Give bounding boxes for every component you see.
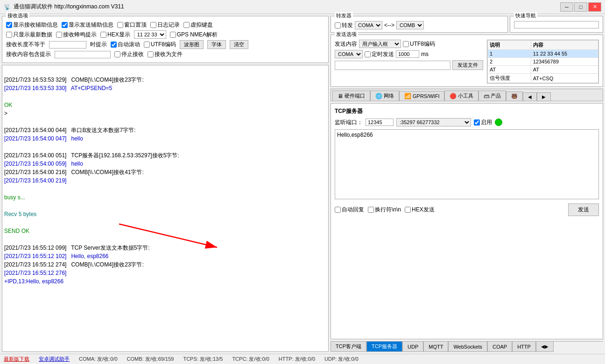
window-topmost-checkbox[interactable]: 窗口置顶	[117, 21, 147, 29]
table-row[interactable]: ATAT	[488, 66, 598, 74]
send-options-title: 发送选项	[335, 31, 358, 38]
quick-nav-title: 快速导航	[514, 12, 537, 19]
log-line	[4, 118, 326, 126]
log-line: busy s...	[4, 193, 326, 202]
hex-display-checkbox[interactable]: HEX显示	[100, 31, 130, 39]
hardware-tab-bar: 🖥硬件端口 🌐网络 📶GPRS/WIFI 🔴小工具 🗃产品 🐻 ◀ ▶	[331, 89, 603, 101]
log-area: [2021/7/23 16:53:53 329] COMB[\\.\COM4]接…	[2, 65, 329, 352]
recv-length-input[interactable]	[49, 41, 86, 49]
minimize-button[interactable]: ─	[560, 2, 573, 12]
utf8-encode-checkbox[interactable]: UTF8编码	[144, 41, 176, 49]
gps-nmea-checkbox[interactable]: GPS NMEA解析	[170, 31, 218, 39]
quick-nav-panel: 快速导航	[510, 16, 603, 33]
download-link[interactable]: 最新版下载	[4, 356, 29, 363]
table-row[interactable]: 2123456789	[488, 58, 598, 66]
send-button[interactable]: 发送	[568, 203, 599, 216]
tab-nav-prev[interactable]: ◀	[523, 92, 537, 101]
virtual-keyboard-checkbox[interactable]: 虚拟键盘	[183, 21, 213, 29]
close-button[interactable]: ✕	[588, 2, 601, 12]
row-id: 2	[488, 58, 531, 66]
font-button[interactable]: 字体	[207, 40, 226, 49]
recv-length-label: 接收长度不等于	[6, 41, 45, 49]
protocol-tab-bar: TCP客户端 TCP服务器 UDP MQTT WebSockets COAP H…	[331, 341, 603, 352]
maximize-button[interactable]: □	[574, 2, 587, 12]
log-line: [2021/7/23 16:54:00 216] COMB[\\.\COM4]接…	[4, 168, 326, 176]
table-row[interactable]: 111 22 33 44 55	[488, 50, 598, 58]
tab-http[interactable]: HTTP	[512, 342, 536, 352]
log-line: [2021/7/23 16:54:00 044] 串口B发送文本数据7字节:	[4, 126, 326, 134]
tcp-send-textarea[interactable]: Hello,esp8266	[335, 129, 599, 199]
row-id: AT	[488, 66, 531, 74]
tab-udp[interactable]: UDP	[402, 342, 423, 352]
timed-send-checkbox[interactable]: 定时发送	[365, 50, 394, 58]
send-content-input[interactable]	[335, 61, 450, 70]
row-content: AT	[531, 66, 598, 74]
recv-beep-checkbox[interactable]: 接收蜂鸣提示	[56, 31, 97, 39]
log-line	[4, 92, 326, 101]
log-line	[4, 218, 326, 227]
send-port-select[interactable]: COMA COMB	[335, 50, 363, 58]
log-line	[4, 202, 326, 210]
tab-gprs-wifi[interactable]: 📶GPRS/WIFI	[399, 91, 444, 101]
tab-network[interactable]: 🌐网络	[370, 91, 399, 101]
send-content-label: 发送内容	[335, 40, 357, 48]
listen-port-input[interactable]	[366, 119, 394, 126]
log-line: [2021/7/23 16:54:00 059] hello	[4, 160, 326, 168]
row-content: AT+CSQ	[531, 74, 598, 83]
log-line: [2021/7/23 16:55:12 274] COMB[\\.\COM4]接…	[4, 260, 326, 269]
hex-value-select[interactable]: 11 22 33	[134, 30, 166, 39]
waveform-button[interactable]: 波形图	[180, 40, 204, 49]
recv-content-hint-label: 接收内容包含提示	[6, 50, 51, 58]
show-send-info-checkbox[interactable]: 显示发送辅助信息	[62, 21, 113, 29]
tab-coap[interactable]: COAP	[487, 342, 512, 352]
tab-mqtt[interactable]: MQTT	[423, 342, 448, 352]
show-latest-data-checkbox[interactable]: 只显示最新数据	[6, 31, 52, 39]
tcps-status: TCPS: 发/收:13/5	[183, 356, 223, 363]
tab-proto-nav[interactable]: ◀▶	[536, 342, 554, 352]
tab-websockets[interactable]: WebSockets	[448, 342, 487, 352]
recv-content-hint-input[interactable]	[55, 51, 111, 58]
log-line: OK	[4, 101, 326, 109]
tab-tools[interactable]: 🔴小工具	[444, 91, 478, 101]
coma-select[interactable]: COMA COM1 COM2 COM3	[355, 21, 382, 29]
tab-tcp-server[interactable]: TCP服务器	[366, 342, 402, 352]
forward-label: 转发	[342, 21, 353, 29]
android-link[interactable]: 安卓调试助手	[39, 356, 70, 363]
auto-reply-checkbox[interactable]: 自动回复	[335, 206, 364, 214]
log-line: SEND OK	[4, 227, 326, 235]
hex-send-checkbox[interactable]: HEX发送	[405, 206, 435, 214]
send-file-button[interactable]: 发送文件	[452, 60, 483, 70]
log-line: [2021/7/23 16:55:12 276]	[4, 269, 326, 277]
comb-status: COMB: 发/收:69/159	[127, 356, 174, 363]
window-title: 通信猫调试软件 http://tongxinmao.com V311	[14, 3, 124, 11]
log-record-checkbox[interactable]: 日志记录	[150, 21, 180, 29]
tab-hardware-port[interactable]: 🖥硬件端口	[332, 91, 370, 101]
tab-nav-next[interactable]: ▶	[537, 92, 551, 101]
linebreak-checkbox[interactable]: 换行符\n\n	[368, 206, 401, 214]
auto-scroll-checkbox[interactable]: 自动滚动	[111, 41, 140, 49]
table-row[interactable]: 信号强度AT+CSQ	[488, 74, 598, 83]
stop-recv-checkbox[interactable]: 停止接收	[114, 50, 144, 58]
client-select[interactable]: :35297 66277332	[396, 118, 471, 126]
interval-input[interactable]	[396, 50, 419, 58]
tab-more[interactable]: 🐻	[506, 91, 523, 101]
forward-checkbox[interactable]: 转发	[335, 21, 353, 29]
log-line	[4, 235, 326, 244]
enable-checkbox[interactable]: 启用	[474, 119, 492, 126]
comb-select[interactable]: COMB COM1 COM2 COM4	[396, 21, 424, 29]
show-recv-info-checkbox[interactable]: 显示接收辅助信息	[6, 21, 58, 29]
utf8-send-checkbox[interactable]: UTF8编码	[403, 40, 435, 48]
products-icon: 🗃	[484, 93, 489, 99]
connection-status-dot	[495, 119, 502, 126]
log-line: [2021/7/23 16:54:00 051] TCP服务器[192.168.…	[4, 151, 326, 160]
quick-nav-input[interactable]	[514, 21, 599, 28]
clear-button[interactable]: 清空	[230, 40, 248, 49]
table-header-desc: 说明	[488, 41, 531, 50]
recv-to-file-checkbox[interactable]: 接收为文件	[148, 50, 183, 58]
tab-tcp-client[interactable]: TCP客户端	[331, 342, 366, 352]
row-id: 信号强度	[488, 74, 531, 83]
send-content-select[interactable]: 用户输入框 文件	[359, 40, 401, 48]
forwarder-panel: 转发器 转发 COMA COM1 COM2 COM3 <--> COMB COM…	[331, 16, 508, 33]
tab-products[interactable]: 🗃产品	[478, 91, 506, 101]
send-options-panel: 发送选项 发送内容 用户输入框 文件 UTF8编码	[331, 35, 603, 87]
